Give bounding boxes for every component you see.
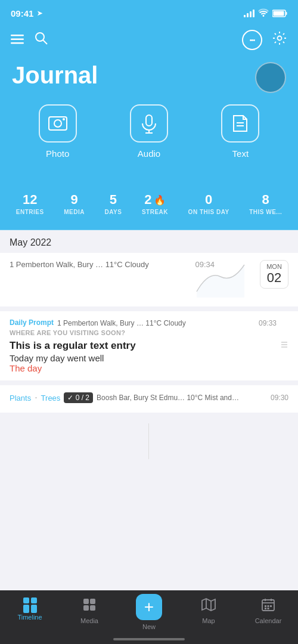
tab-new[interactable]: + New — [119, 597, 179, 630]
audio-icon — [130, 104, 168, 143]
stat-days-value: 5 — [110, 192, 117, 208]
nav-right: ••• — [242, 30, 287, 50]
stat-thisweek: 8 THIS WE... — [249, 192, 282, 215]
svg-rect-12 — [146, 115, 152, 126]
tab-timeline[interactable]: Timeline — [0, 597, 60, 621]
flame-icon: 🔥 — [154, 194, 166, 206]
stats-bar: 12 ENTRIES 9 MEDIA 5 DAYS 2 🔥 STREAK 0 O… — [0, 182, 298, 230]
stat-onthisday-label: ON THIS DAY — [188, 209, 229, 215]
avatar[interactable] — [255, 62, 286, 93]
stat-entries: 12 ENTRIES — [16, 192, 44, 215]
entry-menu-icon[interactable] — [279, 339, 290, 352]
stat-streak: 2 🔥 STREAK — [142, 192, 168, 215]
entry2-time: 09:33 — [259, 319, 277, 327]
hero-section: Journal Photo Au — [0, 56, 298, 182]
timeline-divider — [148, 423, 149, 459]
stat-streak-label: STREAK — [142, 209, 168, 215]
entry2-title: This is a regular text entry — [10, 340, 277, 352]
stat-days-label: DAYS — [104, 209, 122, 215]
svg-rect-21 — [90, 599, 95, 604]
settings-icon[interactable] — [272, 30, 287, 49]
tab-calendar[interactable]: Calendar — [238, 597, 298, 624]
text-icon — [221, 104, 259, 143]
tag-trees[interactable]: Trees — [41, 394, 61, 402]
svg-rect-33 — [270, 605, 272, 607]
svg-rect-3 — [11, 35, 24, 36]
status-icons — [244, 8, 287, 18]
stat-media-label: MEDIA — [64, 209, 85, 215]
status-time: 09:41 ➤ — [11, 8, 42, 18]
signal-icon — [244, 9, 254, 17]
text-button[interactable]: Text — [221, 104, 259, 159]
time-display: 09:41 — [11, 8, 33, 18]
svg-rect-5 — [11, 42, 24, 44]
stat-media: 9 MEDIA — [64, 192, 85, 215]
svg-marker-24 — [202, 599, 215, 611]
timeline-content: May 2022 1 Pemberton Walk, Bury … 11°C C… — [0, 230, 298, 644]
search-icon[interactable] — [35, 32, 48, 48]
list-item[interactable]: 1 Pemberton Walk, Bury … 11°C Cloudy 09:… — [0, 253, 298, 306]
stat-onthisday-value: 0 — [205, 192, 212, 208]
entry-location: 1 Pemberton Walk, Bury … 11°C Cloudy — [10, 260, 195, 269]
svg-rect-32 — [268, 605, 269, 607]
svg-rect-4 — [11, 39, 24, 41]
media-icon — [82, 597, 97, 614]
entry2-highlight: The day — [10, 363, 277, 373]
svg-line-7 — [44, 41, 48, 45]
tab-calendar-label: Calendar — [255, 617, 282, 624]
menu-icon[interactable] — [11, 34, 24, 46]
svg-rect-20 — [83, 599, 89, 604]
entry2-location: 1 Pemberton Walk, Bury … 11°C Cloudy — [57, 319, 255, 327]
tab-media[interactable]: Media — [60, 597, 119, 624]
entry2-body: Today my day went well — [10, 353, 277, 363]
photo-button[interactable]: Photo — [39, 104, 77, 159]
svg-point-10 — [54, 120, 61, 127]
list-item[interactable]: Plants · Trees ✓ 0 / 2 Boosh Bar, Bury S… — [0, 385, 298, 413]
more-button[interactable]: ••• — [242, 30, 262, 50]
calendar-icon — [261, 597, 275, 614]
svg-rect-2 — [286, 12, 287, 15]
svg-point-11 — [63, 118, 65, 120]
audio-button[interactable]: Audio — [130, 104, 168, 159]
location-arrow-icon: ➤ — [37, 10, 42, 17]
svg-rect-22 — [83, 605, 89, 611]
timeline-icon — [23, 597, 37, 611]
entry3-time: 09:30 — [271, 394, 288, 402]
entry-date-num: 02 — [260, 270, 288, 286]
new-plus-icon[interactable]: + — [136, 594, 162, 620]
entry3-location: Boosh Bar, Bury St Edmu… 10°C Mist and… — [97, 394, 267, 402]
stat-media-value: 9 — [70, 192, 77, 208]
svg-point-8 — [278, 36, 282, 41]
stat-days: 5 DAYS — [104, 192, 122, 215]
status-bar: 09:41 ➤ — [0, 0, 298, 24]
entry-date-day: MON — [260, 263, 288, 270]
svg-rect-23 — [90, 605, 95, 611]
svg-rect-31 — [265, 605, 266, 607]
tag-plants[interactable]: Plants — [10, 394, 31, 402]
svg-rect-34 — [265, 608, 266, 609]
prompt-question: WHERE ARE YOU VISITING SOON? — [10, 329, 277, 336]
stat-streak-value: 2 🔥 — [144, 192, 165, 208]
battery-icon — [272, 10, 287, 17]
audio-label: Audio — [138, 148, 160, 159]
app-title: Journal — [12, 62, 286, 89]
stat-thisweek-label: THIS WE... — [249, 209, 282, 215]
list-item[interactable]: Daily Prompt 1 Pemberton Walk, Bury … 11… — [0, 311, 298, 380]
stat-entries-value: 12 — [23, 192, 37, 208]
tag-check-badge: ✓ 0 / 2 — [64, 392, 93, 403]
chart-area — [191, 259, 256, 298]
tab-map-label: Map — [202, 617, 215, 624]
entry-buttons-row: Photo Audio — [12, 98, 286, 171]
entry-date-badge: MON 02 — [260, 260, 288, 289]
map-icon — [201, 597, 216, 614]
svg-point-6 — [36, 33, 44, 41]
text-label: Text — [232, 148, 249, 159]
stat-entries-label: ENTRIES — [16, 209, 44, 215]
nav-left — [11, 32, 48, 48]
photo-label: Photo — [46, 148, 69, 159]
tab-media-label: Media — [80, 617, 98, 624]
bottom-nav: Timeline Media + New Map — [0, 590, 298, 644]
top-nav: ••• — [0, 24, 298, 56]
tab-map[interactable]: Map — [179, 597, 238, 624]
month-header: May 2022 — [0, 230, 298, 253]
